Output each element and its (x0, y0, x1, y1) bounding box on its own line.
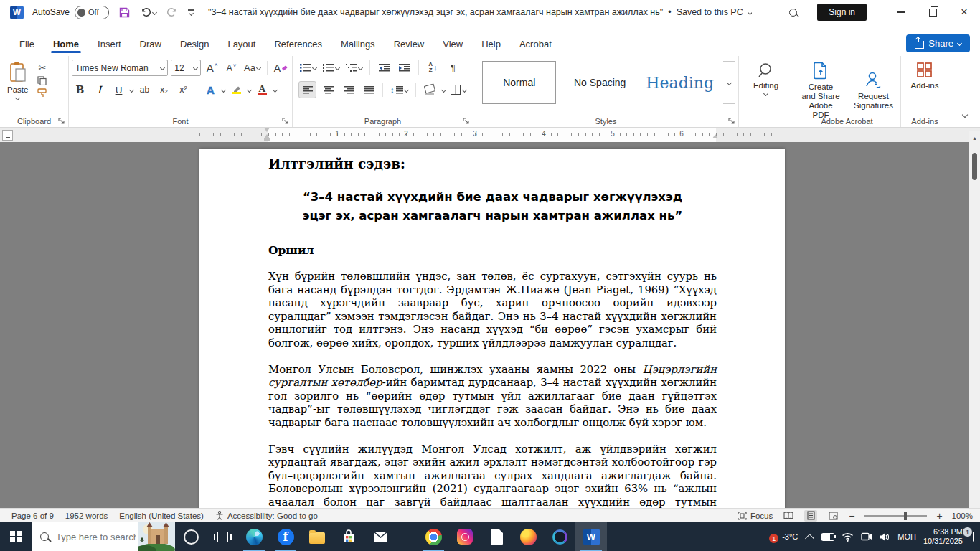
sign-in-button[interactable]: Sign in (817, 4, 867, 21)
decrease-indent-button[interactable] (376, 60, 392, 75)
paragraph-dialog-launcher-icon[interactable] (463, 118, 470, 125)
styles-gallery-scroll[interactable] (723, 61, 735, 104)
copy-icon[interactable] (37, 76, 47, 85)
customize-qat-icon[interactable] (188, 9, 194, 14)
highlight-button[interactable] (228, 82, 245, 98)
doc-report-title[interactable]: “3–4 настай хүүхдийн бие даах чадварыг х… (268, 188, 717, 225)
search-highlight-castle-image[interactable] (138, 522, 175, 551)
align-right-button[interactable] (340, 82, 357, 98)
accessibility-status[interactable]: Accessibility: Good to go (215, 511, 318, 520)
print-layout-button[interactable] (804, 510, 817, 522)
first-line-indent-marker[interactable] (264, 128, 270, 132)
zoom-slider-thumb[interactable] (904, 512, 907, 520)
minimize-button[interactable] (885, 0, 917, 24)
word-app-icon[interactable]: W (10, 6, 24, 19)
volume-icon[interactable] (880, 532, 890, 542)
autosave-toggle[interactable]: Off (75, 6, 109, 19)
taskbar-store[interactable] (333, 522, 364, 551)
input-language-indicator[interactable]: MOH (897, 532, 916, 541)
zoom-slider[interactable] (864, 515, 927, 517)
doc-report-title-line2[interactable]: эцэг эх, асран хамгаалагч нарын хамтран … (268, 207, 717, 225)
taskbar-mail[interactable] (364, 522, 396, 551)
horizontal-ruler[interactable]: 1 2 3 4 5 6 (0, 128, 980, 142)
justify-button[interactable] (360, 82, 377, 98)
font-dialog-launcher-icon[interactable] (282, 118, 289, 125)
style-normal[interactable]: Normal (482, 61, 556, 104)
task-view-button[interactable] (207, 522, 238, 551)
redo-icon[interactable] (166, 7, 178, 17)
action-center-button[interactable]: 1 (973, 532, 974, 541)
clipboard-dialog-launcher-icon[interactable] (58, 118, 65, 125)
search-icon[interactable] (789, 9, 797, 17)
taskbar-notepad[interactable] (481, 522, 512, 551)
taskbar-edge[interactable] (238, 522, 270, 551)
language-indicator[interactable]: English (United States) (119, 512, 204, 520)
tray-overflow-icon[interactable] (805, 534, 814, 543)
clear-formatting-button[interactable]: A (273, 60, 289, 76)
tab-selector[interactable] (2, 130, 13, 141)
create-share-pdf-button[interactable]: Create and Share Adobe PDF (796, 60, 845, 122)
restore-button[interactable] (917, 0, 948, 24)
tab-layout[interactable]: Layout (218, 34, 265, 56)
tab-draw[interactable]: Draw (131, 34, 171, 56)
format-painter-icon[interactable] (37, 88, 47, 98)
bullets-button[interactable] (298, 60, 318, 75)
undo-button[interactable] (140, 7, 156, 17)
tab-design[interactable]: Design (171, 34, 218, 56)
align-left-button[interactable] (298, 81, 316, 98)
strikethrough-button[interactable]: ab (136, 82, 153, 98)
underline-button[interactable]: U (110, 82, 127, 98)
page-indicator[interactable]: Page 6 of 9 (11, 512, 54, 520)
autosave-control[interactable]: AutoSave Off (32, 6, 109, 19)
underline-dropdown-icon[interactable] (129, 87, 134, 92)
read-mode-button[interactable] (782, 510, 795, 522)
doc-report-title-line1[interactable]: “3–4 настай хүүхдийн бие даах чадварыг х… (268, 188, 717, 207)
taskbar-ring-app[interactable] (544, 522, 575, 551)
cut-button[interactable]: ✂ (34, 62, 50, 73)
taskbar-file-explorer[interactable] (301, 522, 333, 551)
doc-subheading[interactable]: Оршил (268, 243, 717, 257)
zoom-out-button[interactable]: − (849, 510, 854, 522)
collapse-ribbon-icon[interactable] (962, 112, 968, 118)
italic-button[interactable]: I (91, 82, 108, 98)
scroll-up-icon[interactable]: ▲ (969, 131, 980, 141)
start-button[interactable] (0, 522, 32, 551)
font-color-dropdown-icon[interactable] (273, 87, 278, 92)
saved-status-dropdown-icon[interactable] (748, 9, 752, 14)
multilevel-list-button[interactable] (344, 60, 364, 75)
superscript-button[interactable]: x² (175, 82, 192, 98)
numbering-button[interactable] (321, 60, 341, 75)
taskbar-word[interactable]: W (575, 522, 607, 551)
doc-paragraph-2[interactable]: Монгол Улсын Боловсрол, шинжлэх ухааны я… (268, 363, 717, 430)
increase-indent-button[interactable] (396, 60, 413, 75)
tab-file[interactable]: File (10, 34, 44, 56)
doc-paragraph-3[interactable]: Гэвч сүүлийн жилүүдэд Монгол Улсад хотжи… (268, 443, 717, 508)
doc-heading[interactable]: Илтгэлийн сэдэв: (268, 156, 717, 171)
addins-button[interactable]: Add-ins (904, 60, 946, 92)
vertical-scrollbar[interactable]: ▲ (969, 131, 980, 508)
web-layout-button[interactable] (826, 510, 839, 522)
zoom-level[interactable]: 100% (952, 512, 973, 520)
hanging-indent-marker[interactable] (264, 134, 270, 141)
meet-now-icon[interactable] (861, 532, 872, 541)
borders-button[interactable] (449, 82, 468, 98)
word-count[interactable]: 1952 words (65, 512, 108, 520)
style-heading[interactable]: Heading (644, 62, 716, 103)
text-effects-button[interactable]: A (202, 82, 219, 98)
style-no-spacing[interactable]: No Spacing (563, 62, 636, 103)
tab-references[interactable]: References (265, 34, 331, 56)
taskbar-chrome[interactable] (418, 522, 449, 551)
change-case-button[interactable]: Aa (242, 60, 262, 76)
bold-button[interactable]: B (72, 82, 88, 98)
document-page[interactable]: Илтгэлийн сэдэв: “3–4 настай хүүхдийн би… (199, 149, 785, 508)
shrink-font-button[interactable]: A˅ (223, 60, 240, 76)
font-color-button[interactable]: A (254, 82, 270, 98)
font-size-combobox[interactable]: 12 (171, 60, 201, 76)
tab-acrobat[interactable]: Acrobat (510, 34, 561, 56)
document-canvas[interactable]: Илтгэлийн сэдэв: “3–4 настай хүүхдийн би… (0, 142, 980, 508)
align-center-button[interactable] (320, 82, 336, 98)
taskbar-search-input[interactable] (55, 531, 138, 543)
doc-paragraph-2-text[interactable]: Монгол Улсын Боловсрол, шинжлэх ухааны я… (268, 363, 643, 375)
zoom-in-button[interactable]: + (936, 510, 942, 522)
editing-button[interactable]: Editing (742, 60, 790, 98)
